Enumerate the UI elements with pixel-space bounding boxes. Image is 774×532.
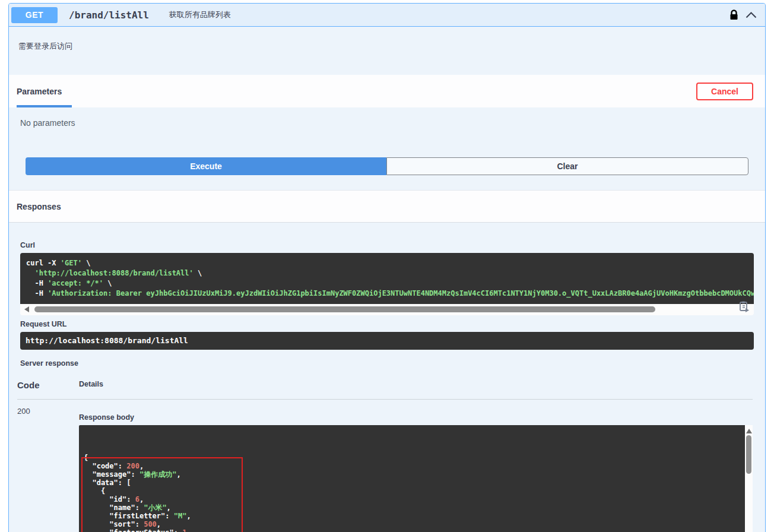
request-url-value: http://localhost:8088/brand/listAll — [20, 332, 754, 350]
opblock-get-brand-listall: GET /brand/listAll 获取所有品牌列表 需要登录后访问 — [8, 3, 766, 532]
lock-icon[interactable] — [729, 10, 738, 21]
code-column-header: Code — [17, 380, 79, 390]
code-line: "factoryStatus": 1, — [84, 528, 740, 532]
endpoint-summary: 获取所有品牌列表 — [169, 10, 231, 20]
response-body-wrap: { "code": 200, "message": "操作成功", "data"… — [79, 425, 753, 532]
code-line: "name": "小米", — [84, 504, 740, 512]
parameters-header-row: Parameters Cancel — [9, 75, 765, 107]
responses-body: Curl curl -X 'GET' \ 'http://localhost:8… — [9, 241, 765, 532]
details-column-header: Details — [79, 380, 103, 390]
server-response-table-header: Code Details — [17, 375, 753, 400]
code-line: "sort": 500, — [84, 520, 740, 528]
scroll-up-arrow-icon[interactable] — [746, 429, 752, 433]
response-vertical-scrollbar[interactable] — [745, 425, 753, 532]
curl-block: curl -X 'GET' \ 'http://localhost:8088/b… — [20, 253, 754, 315]
endpoint-path: /brand/listAll — [69, 10, 149, 21]
server-response-table: Code Details 200 Response body { "code":… — [17, 375, 753, 532]
code-line: curl -X 'GET' \ — [26, 258, 748, 268]
code-line: "code": 200, — [84, 462, 740, 470]
curl-horizontal-scrollbar[interactable] — [20, 304, 754, 315]
copy-to-clipboard-icon[interactable] — [738, 300, 750, 315]
no-parameters-text: No parameters — [9, 107, 765, 128]
responses-title: Responses — [17, 202, 61, 211]
auth-note: 需要登录后访问 — [9, 27, 765, 75]
code-line: 'http://localhost:8088/brand/listAll' \ — [26, 268, 748, 278]
endpoint-header[interactable]: GET /brand/listAll 获取所有品牌列表 — [9, 4, 765, 27]
response-details-cell: Response body { "code": 200, "message": … — [79, 400, 753, 532]
code-line: "data": [ — [84, 479, 740, 487]
status-code: 200 — [17, 400, 79, 532]
chevron-up-icon[interactable] — [746, 12, 757, 18]
code-line: { — [84, 454, 740, 462]
parameters-tab-underline — [17, 105, 72, 107]
code-line: "firstLetter": "M", — [84, 512, 740, 520]
server-response-label: Server response — [20, 359, 765, 368]
method-badge: GET — [11, 7, 58, 23]
code-line: "message": "操作成功", — [84, 470, 740, 479]
execute-row: Execute Clear — [26, 157, 748, 175]
response-body-block: { "code": 200, "message": "操作成功", "data"… — [79, 425, 745, 532]
responses-header-row: Responses — [9, 190, 765, 223]
code-line: "id": 6, — [84, 495, 740, 504]
tab-parameters[interactable]: Parameters — [17, 87, 62, 96]
clear-button[interactable]: Clear — [386, 157, 748, 175]
scroll-left-arrow-icon[interactable] — [24, 306, 29, 312]
parameters-body: No parameters Execute Clear — [9, 107, 765, 175]
cancel-button[interactable]: Cancel — [696, 83, 753, 100]
code-line: { — [84, 487, 740, 495]
execute-button[interactable]: Execute — [26, 157, 386, 175]
curl-label: Curl — [20, 241, 765, 249]
request-url-label: Request URL — [20, 320, 765, 328]
curl-code-block: curl -X 'GET' \ 'http://localhost:8088/b… — [20, 253, 754, 304]
header-icons — [729, 10, 757, 21]
code-line: -H 'accept: */*' \ — [26, 278, 748, 289]
response-scrollbar-thumb[interactable] — [746, 435, 751, 474]
swagger-page: GET /brand/listAll 获取所有品牌列表 需要登录后访问 — [0, 0, 774, 532]
code-line: -H 'Authorization: Bearer eyJhbGciOiJIUz… — [26, 289, 748, 299]
response-body-label: Response body — [79, 413, 134, 422]
server-response-row: 200 Response body { "code": 200, "messag… — [17, 400, 753, 532]
curl-scrollbar-thumb[interactable] — [34, 306, 655, 312]
